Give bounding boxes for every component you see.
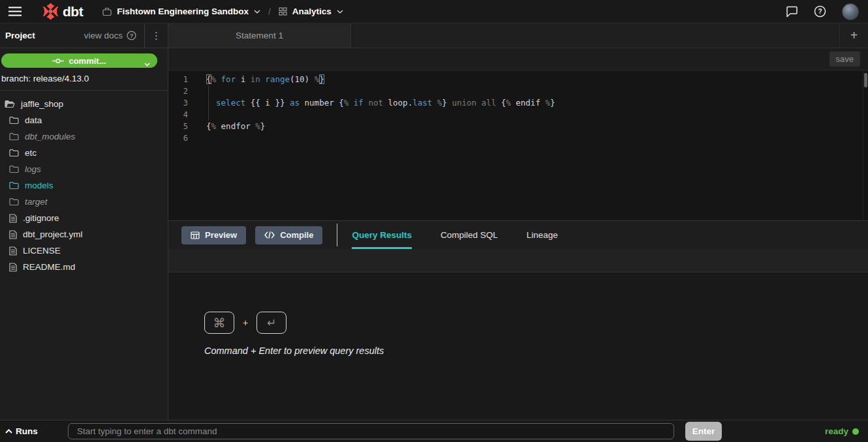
file-icon [9, 230, 17, 239]
folder-icon [9, 165, 19, 173]
line-number: 2 [168, 85, 197, 97]
toolbar-divider [337, 224, 337, 246]
chat-icon[interactable] [786, 6, 798, 18]
plus-icon: + [850, 28, 858, 43]
tree-item--gitignore[interactable]: .gitignore [0, 210, 168, 226]
editor-tab-statement-1[interactable]: Statement 1 [168, 23, 351, 48]
tree-item-label: dbt_modules [25, 132, 75, 141]
tree-item-readme-md[interactable]: README.md [0, 259, 168, 275]
shortcut-hint-text: Command + Enter to preview query results [204, 346, 868, 356]
line-number: 3 [168, 97, 197, 109]
plus-separator: + [243, 317, 248, 328]
results-subheader [168, 249, 868, 273]
commit-button[interactable]: commit... [1, 53, 157, 68]
save-button[interactable]: save [829, 52, 860, 66]
preview-button-label: Preview [205, 230, 237, 240]
top-bar: dbt Fishtown Engineering Sandbox / Analy… [0, 0, 868, 23]
command-key-icon: ⌘ [204, 312, 234, 334]
editor-tab-bar: Statement 1 + [168, 23, 868, 48]
status-label: ready [825, 426, 848, 436]
code-line: 6 [168, 132, 868, 144]
sidebar: Project view docs ? ⋮ commit... branch: [0, 23, 168, 420]
tree-item-models[interactable]: models [0, 177, 168, 194]
svg-text:?: ? [130, 33, 133, 39]
commit-button-label: commit... [69, 56, 106, 66]
folder-icon [9, 181, 19, 190]
results-tab-compiled-sql[interactable]: Compiled SQL [441, 221, 498, 249]
tree-item-jaffle-shop[interactable]: jaffle_shop [0, 96, 168, 112]
briefcase-icon [102, 7, 112, 16]
runs-label: Runs [16, 426, 38, 436]
tree-item-label: dbt_project.yml [23, 229, 83, 239]
editor-right-border [863, 70, 863, 220]
tree-item-dbt-project-yml[interactable]: dbt_project.yml [0, 226, 168, 243]
line-number: 1 [168, 74, 197, 85]
sidebar-menu-button[interactable]: ⋮ [144, 23, 168, 48]
folder-icon [9, 198, 19, 206]
tree-item-data[interactable]: data [0, 112, 168, 128]
tree-item-label: .gitignore [23, 213, 59, 223]
dbt-logo-icon [42, 3, 59, 20]
results-buttons: Preview Compile [181, 221, 322, 249]
view-docs-label: view docs [84, 31, 123, 40]
results-tab-query-results[interactable]: Query Results [352, 221, 412, 249]
sidebar-header: Project view docs ? ⋮ [0, 23, 168, 48]
code-line: 1{% for i in range(10) %} [168, 74, 868, 85]
editor-tab-label: Statement 1 [236, 31, 283, 40]
line-number: 6 [168, 132, 197, 144]
indent-guide [208, 86, 209, 121]
breadcrumb-separator: / [268, 7, 271, 17]
enter-button[interactable]: Enter [685, 422, 722, 441]
preview-button[interactable]: Preview [181, 226, 246, 244]
editor-toolbar: save [168, 48, 868, 70]
results-tab-lineage[interactable]: Lineage [527, 221, 558, 249]
editor-scrollbar[interactable] [864, 73, 867, 87]
folder-open-icon [5, 100, 15, 108]
chevron-down-icon [337, 10, 343, 14]
help-circle-icon: ? [127, 31, 136, 40]
code-line: 2 [168, 85, 868, 97]
code-text: {% endfor %} [197, 121, 265, 132]
folder-icon [9, 149, 19, 157]
results-toolbar: Preview Compile Query ResultsCompiled SQ… [168, 220, 868, 249]
run-bar: Runs Enter ready [0, 420, 868, 442]
code-line: 3 select {{ i }} as number {% if not loo… [168, 97, 868, 109]
code-brackets-icon [264, 231, 275, 239]
tree-item-logs[interactable]: logs [0, 161, 168, 177]
tree-item-license[interactable]: LICENSE [0, 243, 168, 259]
code-text: select {{ i }} as number {% if not loop.… [197, 97, 555, 109]
compile-button-label: Compile [280, 230, 313, 240]
code-line: 4 [168, 109, 868, 121]
folder-icon [9, 132, 19, 141]
dbt-logo[interactable]: dbt [42, 3, 83, 20]
project-name: Analytics [292, 7, 332, 16]
user-avatar[interactable] [842, 3, 859, 20]
project-switcher[interactable]: Analytics [279, 7, 343, 16]
tree-item-label: logs [25, 164, 41, 174]
file-icon [9, 246, 17, 256]
return-key-icon: ↵ [256, 312, 287, 334]
new-tab-button[interactable]: + [839, 23, 868, 48]
dbt-logo-text: dbt [63, 4, 83, 20]
branch-label: branch: release/4.13.0 [0, 72, 168, 91]
grid-icon [279, 7, 287, 16]
compile-button[interactable]: Compile [255, 226, 322, 244]
code-editor[interactable]: 1{% for i in range(10) %}23 select {{ i … [168, 70, 868, 220]
code-lines: 1{% for i in range(10) %}23 select {{ i … [168, 74, 868, 144]
account-name: Fishtown Engineering Sandbox [117, 7, 249, 16]
line-number: 4 [168, 109, 197, 121]
runs-toggle[interactable]: Runs [5, 426, 68, 436]
hamburger-menu-icon[interactable] [5, 4, 25, 20]
dbt-command-input[interactable] [68, 423, 674, 439]
topbar-actions: ? [786, 3, 859, 20]
tree-item-label: data [25, 115, 42, 125]
tree-item-dbt-modules[interactable]: dbt_modules [0, 128, 168, 145]
file-icon [9, 214, 17, 223]
tree-item-label: target [25, 197, 48, 207]
tree-item-etc[interactable]: etc [0, 145, 168, 161]
view-docs-link[interactable]: view docs ? [84, 31, 144, 40]
help-icon[interactable]: ? [814, 5, 826, 18]
tree-item-target[interactable]: target [0, 194, 168, 210]
kebab-icon: ⋮ [151, 31, 161, 40]
account-switcher[interactable]: Fishtown Engineering Sandbox [102, 7, 260, 16]
